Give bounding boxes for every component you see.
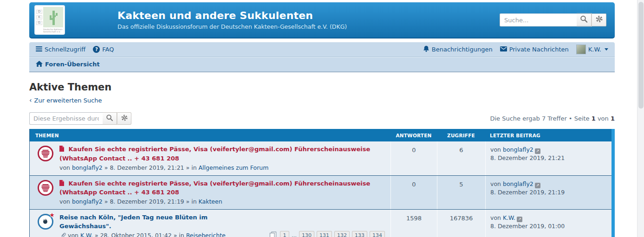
page-wrap: D K G Deutsche Kakteen-Gesellschaft e.V.… <box>29 2 615 237</box>
topic-posts-icon <box>38 146 53 161</box>
chevron-down-icon <box>605 48 608 51</box>
page-button[interactable]: 130 <box>299 231 314 237</box>
topic-meta: von K.W. » 28. Oktober 2015, 01:42 » in … <box>59 232 251 237</box>
page-button[interactable]: 133 <box>352 231 367 237</box>
topic-body: Kaufen Sie echte registrierte Pässe, Vis… <box>59 145 390 172</box>
meta-separator: » <box>186 164 190 171</box>
meta-separator: » <box>104 198 108 205</box>
scrollbar-thumb[interactable] <box>638 2 644 109</box>
topic-title-link[interactable]: Reise nach Köln, "Jeden Tag neue Blüten … <box>59 214 208 230</box>
meta-in: in <box>179 232 184 237</box>
search-button[interactable] <box>577 13 592 27</box>
column-header-views: Zugriffe <box>437 133 485 138</box>
question-icon <box>93 46 100 53</box>
paperclip-icon <box>59 232 66 237</box>
gear-icon <box>595 15 603 25</box>
lastpost-date: 8. Dezember 2019, 01:00 <box>490 222 611 231</box>
avatar <box>576 45 586 54</box>
topic-author-link[interactable]: K.W. <box>80 232 93 237</box>
meta-von: von <box>490 214 501 221</box>
meta-von: von <box>59 164 70 171</box>
goto-lastpost-icon[interactable] <box>517 217 522 222</box>
page-button[interactable]: 1 <box>280 231 289 237</box>
hot-topic-icon <box>38 214 53 230</box>
site-titles: Kakteen und andere Sukkulenten Das offiz… <box>117 10 347 30</box>
site-title[interactable]: Kakteen und andere Sukkulenten <box>117 10 347 21</box>
topic-author-link[interactable]: bonglafly2 <box>72 164 103 171</box>
search-options-button[interactable] <box>592 13 606 27</box>
topics-table: Themen Antworten Zugriffe Letzter Beitra… <box>29 129 615 237</box>
page-button[interactable]: 131 <box>317 231 332 237</box>
views-count: 6 <box>437 141 485 175</box>
lastpost-author-link[interactable]: bonglafly2 <box>503 146 533 153</box>
results-options-button[interactable] <box>117 112 131 125</box>
topic-body: Reise nach Köln, "Jeden Tag neue Blüten … <box>59 213 269 237</box>
logo-caption: Deutsche Kakteen-Gesellschaft e.V. <box>43 27 63 33</box>
lastpost-cell: von bonglafly2 8. Dezember 2019, 21:19 <box>485 176 611 210</box>
envelope-icon <box>500 46 507 53</box>
navbar-user-area: Benachrichtigungen Private Nachrichten K… <box>423 45 608 54</box>
lastpost-author-link[interactable]: bonglafly2 <box>503 180 533 187</box>
lastpost-author-link[interactable]: K.W. <box>503 214 515 221</box>
results-search-button[interactable] <box>103 112 117 125</box>
table-row: Reise nach Köln, "Jeden Tag neue Blüten … <box>30 209 611 237</box>
quick-links-label: Schnellzugriff <box>45 46 85 53</box>
replies-count: 0 <box>390 141 437 175</box>
lastpost-cell: von bonglafly2 8. Dezember 2019, 21:21 <box>485 141 611 175</box>
page-button[interactable]: 134 <box>370 231 385 237</box>
breadcrumb-label: Foren-Übersicht <box>45 61 100 68</box>
topic-forum-link[interactable]: Kakteen <box>199 198 222 205</box>
results-search-input[interactable] <box>29 112 103 125</box>
bell-icon <box>423 45 429 53</box>
faq-link[interactable]: FAQ <box>93 46 114 53</box>
file-icon <box>59 180 64 189</box>
private-messages-link[interactable]: Private Nachrichten <box>500 46 569 53</box>
menu-icon <box>36 46 42 53</box>
goto-lastpost-icon[interactable] <box>535 148 540 154</box>
meta-in: in <box>191 164 196 171</box>
site-logo[interactable]: D K G Deutsche Kakteen-Gesellschaft e.V. <box>35 6 65 34</box>
page-button[interactable]: 132 <box>334 231 350 237</box>
meta-in: in <box>191 198 196 205</box>
quick-links-menu[interactable]: Schnellzugriff <box>36 46 85 53</box>
meta-separator: » <box>104 164 108 171</box>
meta-von: von <box>490 146 501 153</box>
topic-forum-link[interactable]: Allgemeines zum Forum <box>199 164 269 171</box>
logo-art: Deutsche Kakteen-Gesellschaft e.V. <box>43 7 63 33</box>
breadcrumb: Foren-Übersicht <box>29 57 615 71</box>
logo-letter: K <box>36 15 42 19</box>
meta-von: von <box>59 198 70 205</box>
notifications-label: Benachrichtigungen <box>432 46 493 53</box>
scrollbar[interactable] <box>637 0 644 237</box>
topic-cell: Reise nach Köln, "Jeden Tag neue Blüten … <box>30 210 390 237</box>
lastpost-date: 8. Dezember 2019, 21:21 <box>490 154 611 162</box>
meta-von: von <box>68 232 78 237</box>
current-page: 1 <box>592 115 596 122</box>
faq-label: FAQ <box>102 46 114 53</box>
topic-title-link[interactable]: Kaufen Sie echte registrierte Pässe, Vis… <box>59 146 370 162</box>
user-menu[interactable]: K.W. <box>576 45 608 54</box>
header-search-input[interactable] <box>500 13 577 27</box>
topic-posted-date: 8. Dezember 2019, 21:19 <box>110 198 184 205</box>
forum-index-link[interactable]: Foren-Übersicht <box>36 61 100 68</box>
lastpost-date: 8. Dezember 2019, 21:19 <box>490 188 611 197</box>
logo-letter: G <box>36 21 42 25</box>
home-icon <box>36 61 43 68</box>
topic-title-link[interactable]: Kaufen Sie echte registrierte Pässe, Vis… <box>59 180 370 196</box>
advanced-search-link[interactable]: Zur erweiterten Suche <box>29 96 102 104</box>
notifications-link[interactable]: Benachrichtigungen <box>423 45 493 53</box>
search-icon <box>580 15 588 25</box>
total-pages: 1 <box>611 115 615 122</box>
results-text: Die Suche ergab 7 Treffer • Seite <box>490 115 591 122</box>
topic-cell: Kaufen Sie echte registrierte Pässe, Vis… <box>30 176 390 210</box>
navbar-top-row: Schnellzugriff FAQ Benachrichtigungen <box>29 42 615 57</box>
topic-pagination: 1…130131132133134 <box>269 231 390 237</box>
goto-lastpost-icon[interactable] <box>535 183 540 188</box>
topic-author-link[interactable]: bonglafly2 <box>72 198 103 205</box>
page-ellipsis: … <box>292 232 297 237</box>
username-label: K.W. <box>588 46 601 53</box>
topic-forum-link[interactable]: Reiseberichte <box>186 232 226 237</box>
table-row: Kaufen Sie echte registrierte Pässe, Vis… <box>30 175 611 210</box>
cactus-icon <box>43 7 63 27</box>
topic-cell: Kaufen Sie echte registrierte Pässe, Vis… <box>30 141 390 175</box>
